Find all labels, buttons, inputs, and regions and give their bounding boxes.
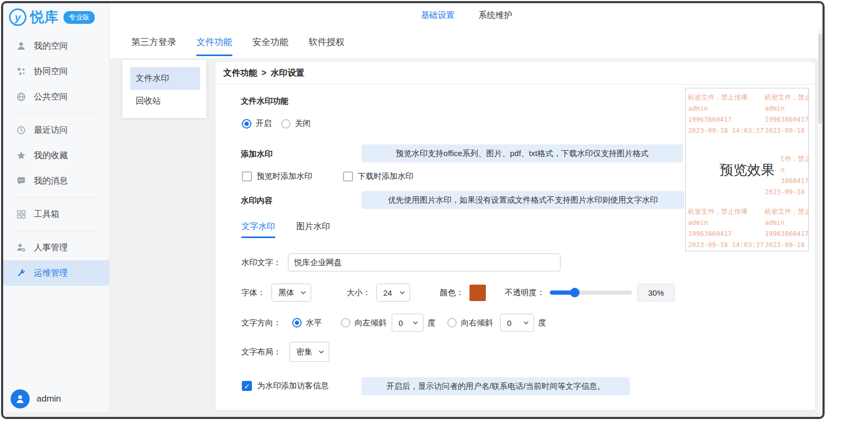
sidebar-item-toolbox[interactable]: 工具箱	[3, 202, 109, 227]
checkbox-preview-label: 预览时添加水印	[257, 171, 312, 181]
visitor-info-hint: 开启后，显示访问者的用户名/联系电话/当前时间等文字信息。	[361, 377, 630, 395]
radio-tilt-left-label: 向左倾斜	[355, 318, 386, 328]
tilt-left-degree-value: 0	[399, 318, 403, 327]
watermark-content-label: 水印内容	[241, 196, 273, 206]
top-bar: 基础设置 系统维护	[110, 3, 822, 28]
radio-tilt-right-label: 向右倾斜	[461, 318, 493, 328]
subnav-item-label: 文件水印	[135, 73, 169, 84]
layout-select[interactable]: 密集	[290, 342, 329, 362]
tab-text-watermark[interactable]: 文字水印	[241, 221, 275, 232]
tilt-right-degree-select[interactable]: 0	[500, 314, 534, 332]
wrench-icon	[16, 268, 26, 278]
checkbox-visitor-info[interactable]	[242, 381, 252, 391]
chevron-down-icon	[400, 291, 405, 294]
app-logo: y 悦库 专业版	[3, 3, 109, 26]
sidebar-item-favorites[interactable]: 我的收藏	[3, 143, 109, 168]
watermark-tile: 机密文件，禁止传播 admin 19963860417 2023-09-18 1…	[688, 92, 764, 136]
watermark-line: 2023-09-18 14:03:27	[688, 239, 764, 250]
layout-select-value: 密集	[296, 347, 312, 357]
size-select[interactable]: 24	[376, 284, 410, 302]
sidebar-item-ops[interactable]: 运维管理	[3, 260, 109, 286]
watermark-text-input[interactable]	[288, 253, 560, 271]
star-icon	[16, 151, 26, 160]
globe-icon	[16, 92, 26, 102]
watermark-line: 机密文件，禁止传播	[765, 92, 809, 103]
radio-tilt-right[interactable]	[447, 318, 457, 327]
checkbox-visitor-label: 为水印添加访客信息	[257, 381, 329, 391]
sidebar-item-label: 我的收藏	[34, 150, 68, 161]
vertical-scrollbar[interactable]	[818, 28, 822, 413]
vertical-scrollbar-thumb[interactable]	[818, 34, 822, 124]
edition-badge: 专业版	[64, 11, 95, 24]
checkbox-download-watermark[interactable]	[343, 171, 353, 181]
radio-tilt-left[interactable]	[341, 318, 350, 327]
sidebar-item-label: 我的消息	[34, 176, 68, 187]
watermark-content-hint: 优先使用图片水印，如果没有设置或文件格式不支持图片水印则使用文字水印	[361, 191, 684, 209]
sidebar-item-label: 公共空间	[34, 92, 68, 103]
radio-disable-label: 关闭	[295, 119, 311, 129]
horizontal-scrollbar[interactable]	[3, 413, 822, 417]
breadcrumb-current: 水印设置	[270, 68, 304, 79]
radio-horizontal-label: 水平	[306, 318, 322, 328]
subnav-item-label: 回收站	[135, 96, 161, 107]
sidebar-item-public-space[interactable]: 公共空间	[3, 84, 109, 110]
watermark-line: 机密文件，禁止传播	[765, 206, 809, 217]
watermark-line: 19963860417	[765, 114, 809, 125]
logo-icon: y	[9, 8, 26, 26]
subnav-recycle-bin[interactable]: 回收站	[130, 90, 200, 113]
settings-panel: 文件功能 > 水印设置 文件水印功能 开启 关闭 添加水印 预览水印支持offi…	[215, 62, 815, 410]
user-row[interactable]: admin	[11, 389, 61, 408]
watermark-line: 2023-09-18 14:03:27	[765, 239, 809, 250]
preview-title: 预览效果	[713, 155, 781, 184]
breadcrumb-parent: 文件功能	[223, 68, 257, 79]
watermark-line: 2023-09-18 14:03:27	[765, 186, 809, 197]
tab-security-features[interactable]: 安全功能	[252, 28, 288, 58]
text-watermark-tab-underline	[241, 236, 275, 238]
topnav-system-maintenance[interactable]: 系统维护	[478, 10, 512, 21]
degree-unit-label: 度	[538, 318, 546, 328]
add-watermark-label: 添加水印	[241, 149, 273, 159]
sidebar-divider	[16, 231, 96, 231]
user-gear-icon	[16, 243, 26, 252]
sidebar-divider	[16, 197, 96, 198]
color-label: 颜色：	[440, 288, 464, 298]
watermark-text-label: 水印文字：	[241, 258, 281, 268]
topnav-basic-settings[interactable]: 基础设置	[421, 10, 455, 21]
sidebar-item-my-space[interactable]: 我的空间	[3, 33, 109, 59]
tab-software-license[interactable]: 软件授权	[309, 28, 345, 58]
checkbox-preview-watermark[interactable]	[242, 171, 252, 181]
radio-enable[interactable]	[242, 119, 251, 129]
sidebar-item-hr[interactable]: 人事管理	[3, 235, 109, 260]
degree-unit-label: 度	[428, 318, 436, 328]
chevron-down-icon	[301, 291, 306, 294]
tab-file-features[interactable]: 文件功能	[196, 28, 232, 58]
user-icon	[16, 41, 26, 51]
add-watermark-hint: 预览水印支持office系列、图片、pdf、txt格式，下载水印仅支持图片格式	[361, 144, 683, 162]
watermark-preview: 机密文件，禁止传播 admin 19963860417 2023-09-18 1…	[685, 88, 809, 251]
tab-image-watermark[interactable]: 图片水印	[296, 221, 330, 232]
top-nav: 基础设置 系统维护	[421, 3, 512, 28]
radio-enable-label: 开启	[256, 119, 272, 129]
radio-horizontal[interactable]	[292, 318, 302, 327]
sidebar: y 悦库 专业版 我的空间 协同空间 公共空间	[3, 3, 110, 417]
logo-text: 悦库	[30, 8, 59, 26]
sidebar-item-label: 工具箱	[34, 209, 59, 220]
font-select[interactable]: 黑体	[272, 284, 311, 302]
subnav-file-watermark[interactable]: 文件水印	[130, 67, 200, 90]
watermark-tile: 机密文件，禁止传播 admin 19963860417 2023-09-18 1…	[765, 92, 809, 136]
sidebar-divider	[16, 113, 96, 114]
sidebar-item-messages[interactable]: 我的消息	[3, 168, 109, 194]
radio-disable[interactable]	[281, 119, 291, 129]
color-swatch[interactable]	[469, 285, 486, 301]
sidebar-item-label: 运维管理	[34, 268, 68, 279]
sidebar-item-recent[interactable]: 最近访问	[3, 117, 109, 143]
opacity-slider[interactable]	[550, 288, 632, 297]
sidebar-item-label: 我的空间	[34, 41, 68, 52]
sub-sidebar: 文件水印 回收站	[122, 60, 206, 118]
tilt-left-degree-select[interactable]: 0	[392, 314, 423, 332]
chevron-down-icon	[523, 321, 529, 324]
slider-thumb[interactable]	[570, 288, 580, 297]
layout-label: 文字布局：	[241, 347, 281, 357]
tab-third-party-login[interactable]: 第三方登录	[131, 28, 176, 58]
sidebar-item-collab-space[interactable]: 协同空间	[3, 59, 109, 84]
